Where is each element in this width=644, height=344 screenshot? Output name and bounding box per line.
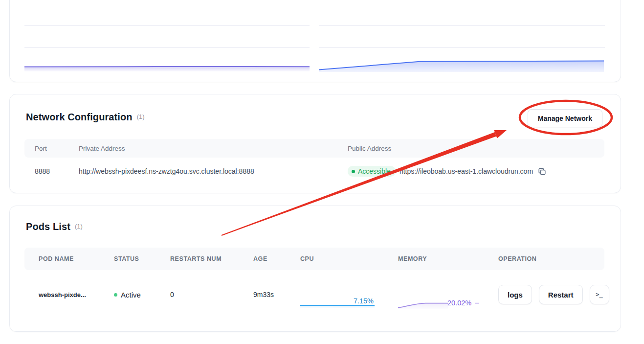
age-value: 9m33s — [253, 291, 300, 298]
column-restarts-num: RESTARTS NUM — [170, 255, 253, 262]
terminal-button[interactable]: >_ — [590, 285, 609, 304]
column-port: Port — [35, 145, 79, 152]
column-private-address: Private Address — [79, 145, 348, 152]
column-pod-name: POD NAME — [39, 255, 114, 262]
column-memory: MEMORY — [398, 255, 498, 262]
terminal-icon: >_ — [596, 291, 602, 298]
pod-operations: logs Restart >_ — [498, 285, 609, 304]
network-configuration-title: Network Configuration — [26, 112, 133, 123]
pod-status: Active — [114, 291, 170, 299]
restart-button[interactable]: Restart — [539, 285, 583, 304]
pod-cpu-sparkline: 7.15% — [300, 287, 375, 308]
network-configuration-card: Network Configuration (1) Manage Network… — [9, 94, 621, 193]
pods-table-header: POD NAME STATUS RESTARTS NUM AGE CPU MEM… — [24, 248, 604, 270]
copy-icon — [538, 167, 546, 176]
pods-count-badge: (1) — [75, 223, 83, 230]
copy-address-button[interactable] — [537, 166, 547, 177]
status-dot-icon — [352, 170, 355, 173]
memory-value-label: 20.02% — [447, 299, 471, 307]
app-page: Network Configuration (1) Manage Network… — [0, 0, 644, 344]
network-table-header: Port Private Address Public Address — [24, 139, 604, 158]
network-count-badge: (1) — [137, 113, 145, 120]
pods-list-title: Pods List — [26, 221, 70, 232]
pod-table-row: webssh-pixde... Active 0 9m33s — [24, 279, 604, 309]
column-cpu: CPU — [300, 255, 398, 262]
restarts-value: 0 — [170, 291, 253, 298]
manage-network-button[interactable]: Manage Network — [528, 109, 602, 127]
column-public-address: Public Address — [348, 145, 604, 152]
active-status-dot-icon — [114, 293, 117, 297]
private-address-value: http://webssh-pixdeesf.ns-zwztg4ou.svc.c… — [79, 167, 348, 175]
column-age: AGE — [253, 255, 300, 262]
cpu-value-label: 7.15% — [354, 297, 374, 305]
pod-name-value: webssh-pixde... — [39, 291, 114, 298]
metrics-overview-card — [9, 0, 621, 82]
pod-memory-sparkline: 20.02% — [398, 286, 479, 310]
network-table-row: 8888 http://webssh-pixdeesf.ns-zwztg4ou.… — [24, 161, 604, 181]
pods-list-card: Pods List (1) POD NAME STATUS RESTARTS N… — [9, 206, 621, 332]
column-status: STATUS — [114, 255, 170, 262]
accessible-status-badge: Accessible — [348, 166, 396, 177]
public-address-link[interactable]: https://ileoboab.us-east-1.clawcloudrun.… — [400, 167, 533, 175]
column-operation: OPERATION — [498, 255, 604, 262]
logs-button[interactable]: logs — [498, 285, 532, 304]
port-value: 8888 — [35, 167, 79, 175]
